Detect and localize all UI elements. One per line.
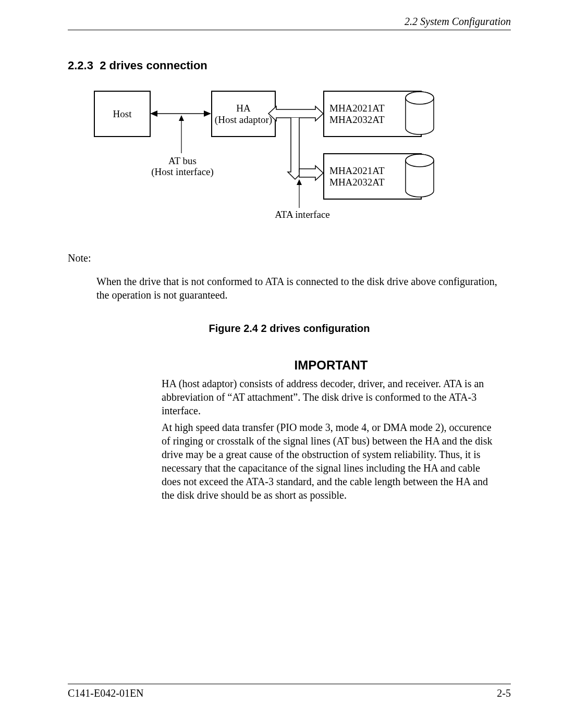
important-p1: HA (host adaptor) consists of address de…: [162, 377, 500, 417]
svg-marker-6: [179, 115, 184, 121]
important-body: HA (host adaptor) consists of address de…: [162, 377, 500, 502]
note-body: When the drive that is not conformed to …: [96, 275, 511, 302]
section-heading: 2.2.3 2 drives connection: [68, 59, 511, 72]
header-text: 2.2 System Configuration: [405, 16, 511, 27]
svg-marker-8: [297, 179, 302, 185]
svg-marker-2: [204, 110, 211, 117]
footer-left: C141-E042-01EN: [68, 687, 144, 699]
ata-label: ATA interface: [266, 209, 339, 220]
section-title-text: 2 drives connection: [100, 59, 207, 72]
atbus-label: AT bus (Host interface): [146, 156, 219, 178]
svg-marker-4: [299, 166, 323, 180]
important-title: IMPORTANT: [162, 358, 500, 373]
atbus-line1: AT bus: [168, 155, 197, 166]
page-header: 2.2 System Configuration: [68, 16, 511, 30]
atbus-line2: (Host interface): [151, 166, 214, 177]
note-label: Note:: [68, 252, 511, 264]
section-number: 2.2.3: [68, 59, 93, 72]
footer-right: 2-5: [497, 687, 511, 699]
figure-caption: Figure 2.4 2 drives configuration: [68, 323, 511, 335]
svg-point-12: [406, 154, 434, 167]
important-block: IMPORTANT HA (host adaptor) consists of …: [162, 358, 500, 502]
ata-label-text: ATA interface: [275, 209, 330, 220]
svg-marker-1: [150, 110, 157, 117]
svg-point-10: [406, 92, 434, 104]
block-diagram: Host HA (Host adaptor) MHA2021AT MHA2032…: [94, 91, 511, 237]
page-footer: C141-E042-01EN 2-5: [68, 684, 511, 699]
important-p2: At high speed data transfer (PIO mode 3,…: [162, 421, 500, 502]
